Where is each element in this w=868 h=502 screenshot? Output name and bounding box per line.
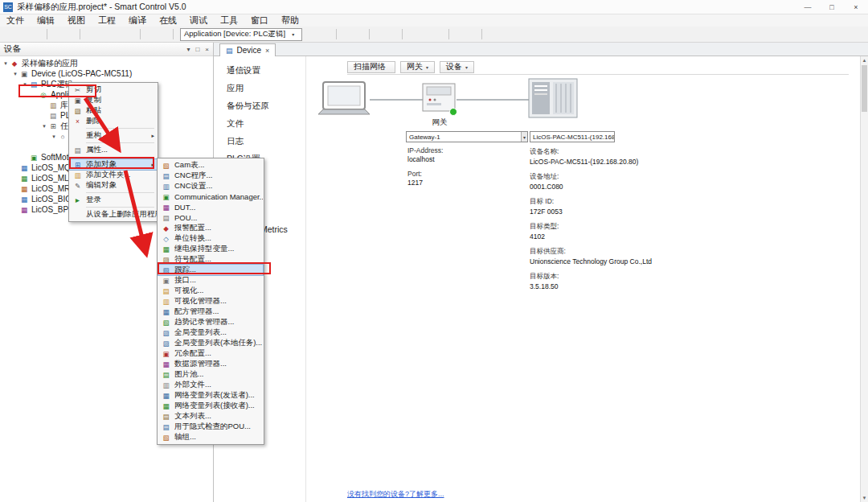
menu-file[interactable]: 文件 (0, 14, 31, 27)
step-out-icon[interactable] (432, 28, 446, 41)
add-object-image-pool[interactable]: ▤ 图片池... (158, 369, 263, 380)
tree-expander-icon[interactable]: ▾ (2, 60, 10, 67)
device-nav-applications[interactable]: 应用 (214, 79, 305, 97)
scan-network-button[interactable]: 扫描网络 (347, 61, 395, 73)
start-icon[interactable] (372, 28, 386, 41)
add-object-cnc-program[interactable]: ▤ CNC程序... (158, 171, 263, 181)
step-over-icon[interactable] (405, 28, 419, 41)
scroll-down-icon[interactable]: ▼ (861, 494, 868, 502)
add-object-text-list[interactable]: ▤ 文本列表... (158, 411, 263, 422)
redo-icon[interactable] (63, 28, 77, 41)
run-to-cursor-icon[interactable] (465, 28, 479, 41)
delete-icon[interactable] (124, 28, 137, 41)
menu-item-delete[interactable]: × 删除 (70, 116, 157, 126)
add-object-global-variable-list-tasklocal[interactable]: ▨ 全局变量列表(本地任务)... (158, 338, 263, 348)
gateway-button[interactable]: 网关 ▾ (400, 61, 435, 73)
step-into-icon[interactable] (419, 28, 432, 41)
add-object-redundancy-configuration[interactable]: ▣ 冗余配置... (158, 348, 263, 359)
find-icon[interactable] (143, 28, 157, 41)
add-object-cnc-settings[interactable]: ▥ CNC设置... (158, 181, 263, 191)
close-button[interactable]: × (844, 0, 868, 14)
minimize-button[interactable]: — (796, 0, 820, 14)
tree-expander-icon[interactable]: ▾ (11, 71, 19, 77)
add-object-nvl-receiver[interactable]: ▦ 网络变量列表(接收者)... (158, 401, 263, 411)
add-object-visualization[interactable]: ▤ 可视化... (158, 286, 263, 296)
maximize-button[interactable]: □ (820, 0, 844, 14)
tab-device[interactable]: ▤ Device × (219, 43, 276, 56)
menu-window[interactable]: 窗口 (244, 14, 275, 27)
menu-item-delete-app-from-device[interactable]: 从设备上删除应用程序 (70, 209, 157, 220)
gateway-select-arrow-icon[interactable]: ▾ (521, 132, 527, 142)
tree-item-device[interactable]: ▾ ▣ Device (LicOS-PAC-MC511) (0, 68, 213, 79)
menu-item-properties[interactable]: ▤ 属性... (70, 145, 157, 155)
menu-debug[interactable]: 调试 (183, 14, 214, 27)
device-nav-log[interactable]: 日志 (214, 132, 305, 150)
menu-tools[interactable]: 工具 (214, 14, 244, 27)
build-icon[interactable] (306, 28, 320, 41)
add-object-alarm-configuration[interactable]: ◆ 报警配置... (158, 223, 263, 233)
replace-icon[interactable] (157, 28, 170, 41)
menu-build[interactable]: 编译 (122, 14, 153, 27)
add-object-trace[interactable]: ▧ 跟踪... (158, 265, 263, 275)
add-object-cam-table[interactable]: ▧ Cam表... (158, 160, 263, 171)
add-object-trend-recording-manager[interactable]: ▧ 趋势记录管理器... (158, 317, 263, 327)
device-button[interactable]: 设备 ▾ (440, 61, 474, 73)
device-nav-files[interactable]: 文件 (214, 114, 305, 132)
menu-item-login[interactable]: ► 登录 (70, 195, 157, 205)
menu-item-paste[interactable]: ▨ 粘贴 (70, 105, 157, 116)
tree-expander-icon[interactable]: ▾ (21, 81, 29, 88)
add-object-persistent-variables[interactable]: ▦ 继电保持型变量... (158, 244, 263, 254)
write-values-icon[interactable] (498, 28, 512, 41)
menu-item-cut[interactable]: ✂ 剪切 (70, 84, 157, 95)
undo-icon[interactable] (50, 28, 63, 41)
login-icon[interactable] (339, 28, 353, 41)
copy-icon[interactable] (96, 28, 110, 41)
menu-item-edit-object[interactable]: ✎ 编辑对象 (70, 180, 157, 191)
panel-float-icon[interactable]: □ (195, 46, 199, 53)
add-object-nvl-sender[interactable]: ▦ 网络变量列表(发送者)... (158, 390, 263, 401)
add-object-global-variable-list[interactable]: ▨ 全局变量列表... (158, 327, 263, 338)
device-help-link[interactable]: 没有找到您的设备?了解更多... (347, 489, 444, 500)
add-object-pou[interactable]: ▤ POU... (158, 212, 263, 223)
editor-scrollbar[interactable]: ▲ ▼ (860, 56, 868, 502)
add-object-symbol-configuration[interactable]: ▨ 符号配置... (158, 254, 263, 265)
menu-item-copy[interactable]: ▣ 复制 (70, 95, 157, 105)
tree-item-project-root[interactable]: ▾ ◆ 采样偏移的应用 (0, 58, 213, 68)
menu-edit[interactable]: 编辑 (31, 14, 61, 27)
add-object-visualization-manager[interactable]: ▥ 可视化管理器... (158, 296, 263, 307)
add-object-external-file[interactable]: ▥ 外部文件... (158, 380, 263, 390)
panel-menu-icon[interactable]: ▾ (186, 46, 190, 53)
add-object-axis-group[interactable]: ▧ 轴组... (158, 432, 263, 442)
add-object-interface[interactable]: ▣ 接口... (158, 275, 263, 286)
device-nav-backup-restore[interactable]: 备份与还原 (214, 97, 305, 114)
add-object-unit-conversion[interactable]: ◇ 单位转换... (158, 233, 263, 244)
save-project-icon[interactable] (31, 28, 44, 41)
tree-expander-icon[interactable]: ▾ (50, 134, 58, 140)
paste-icon[interactable] (110, 28, 124, 41)
menu-help[interactable]: 帮助 (275, 14, 305, 27)
stop-icon[interactable] (386, 28, 399, 41)
rebuild-icon[interactable] (320, 28, 334, 41)
add-object-pou-implicit-checks[interactable]: ▤ 用于隐式检查的POU... (158, 422, 263, 432)
add-object-data-source-manager[interactable]: ▦ 数据源管理器... (158, 359, 263, 369)
device-select[interactable]: LicOS-PAC-MC511-(192.168.20.80) (激活) ▾ (530, 131, 615, 142)
add-object-communication-manager[interactable]: ▣ Communication Manager... (158, 191, 263, 202)
device-nav-communication-settings[interactable]: 通信设置 (214, 61, 305, 79)
menu-online[interactable]: 在线 (153, 14, 183, 27)
menu-view[interactable]: 视图 (61, 14, 92, 27)
menu-project[interactable]: 工程 (92, 14, 122, 27)
add-object-recipe-manager[interactable]: ▦ 配方管理器... (158, 307, 263, 317)
breakpoint-icon[interactable] (452, 28, 465, 41)
gateway-select[interactable]: Gateway-1 ▾ (406, 131, 528, 142)
monitor-icon[interactable] (485, 28, 498, 41)
add-object-dut[interactable]: ▦ DUT... (158, 202, 263, 212)
logout-icon[interactable] (353, 28, 366, 41)
menu-item-refactoring[interactable]: 重构 ▸ (70, 130, 157, 141)
active-application-combo[interactable]: Application [Device: PLC逻辑] ▾ (180, 28, 302, 41)
open-project-icon[interactable] (17, 28, 31, 41)
menu-item-add-folder[interactable]: ▥ 添加文件夹... (70, 170, 157, 180)
tree-expander-icon[interactable]: ▾ (40, 123, 48, 130)
panel-close-icon[interactable]: × (205, 46, 209, 53)
tab-close-icon[interactable]: × (265, 47, 269, 55)
scroll-up-icon[interactable]: ▲ (861, 56, 868, 64)
